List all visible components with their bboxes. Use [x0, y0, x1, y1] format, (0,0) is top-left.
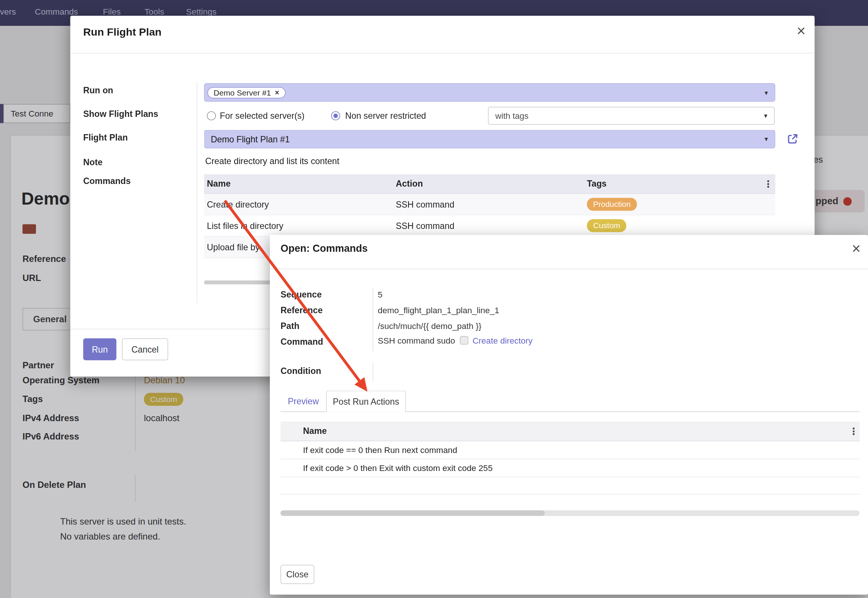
cancel-button[interactable]: Cancel	[122, 338, 168, 360]
label-commands: Commands	[83, 176, 131, 186]
run-button[interactable]: Run	[83, 338, 117, 360]
with-tags-value: with tags	[495, 111, 529, 121]
tab-post-run-actions[interactable]: Post Run Actions	[326, 391, 406, 412]
column-header-name[interactable]: Name	[303, 426, 847, 436]
external-link-icon[interactable]	[786, 132, 799, 146]
server-chip-label: Demo Server #1	[214, 88, 271, 97]
cell-tags: Custom	[587, 219, 762, 232]
column-header-tags[interactable]: Tags	[587, 179, 762, 189]
label-run-on: Run on	[83, 85, 113, 96]
chevron-down-icon[interactable]: ▾	[764, 108, 767, 124]
label-path: Path	[281, 321, 299, 331]
label-condition: Condition	[281, 366, 321, 376]
command-type-text: SSH command sudo	[378, 336, 455, 345]
post-run-actions-table: Name ⋮ If exit code == 0 then Run next c…	[281, 422, 860, 495]
chevron-down-icon[interactable]: ▾	[765, 88, 768, 96]
tag-badge-custom: Custom	[587, 219, 626, 232]
empty-row	[281, 477, 860, 495]
run-on-multiselect[interactable]: Demo Server #1 × ▾	[204, 83, 775, 102]
cell-name: Create directory	[204, 199, 396, 209]
radio-non-server-restricted[interactable]	[331, 111, 340, 120]
cell-name: If exit code == 0 then Run next command	[303, 445, 847, 455]
label-command: Command	[281, 337, 323, 347]
cell-action: SSH command	[396, 199, 587, 209]
form-divider	[373, 363, 374, 381]
with-tags-select[interactable]: with tags ▾	[488, 107, 775, 125]
column-header-action[interactable]: Action	[396, 179, 587, 189]
commands-table-header: Name Action Tags ⋮	[204, 174, 775, 194]
tag-badge-production: Production	[587, 198, 637, 211]
close-icon[interactable]: ×	[852, 241, 861, 257]
label-reference: Reference	[281, 305, 323, 315]
value-command: SSH command sudo Create directory	[378, 336, 533, 345]
chevron-down-icon[interactable]: ▾	[765, 130, 768, 148]
form-divider	[373, 289, 374, 351]
horizontal-scrollbar-track[interactable]	[281, 510, 860, 516]
modal-header-divider	[270, 269, 868, 269]
open-commands-modal: Open: Commands × Sequence Reference Path…	[270, 235, 868, 595]
actions-table-header: Name ⋮	[281, 422, 860, 441]
tab-preview[interactable]: Preview	[288, 396, 319, 407]
value-sequence: 5	[378, 290, 383, 299]
screen: vers Commands Files Tools Settings Test …	[0, 0, 868, 598]
flight-plan-value: Demo Flight Plan #1	[211, 135, 290, 144]
table-row[interactable]: If exit code == 0 then Run next command	[281, 441, 860, 459]
sudo-checkbox[interactable]	[459, 336, 468, 345]
cell-name: If exit code > 0 then Exit with custom e…	[303, 463, 847, 473]
radio-for-selected-servers[interactable]	[207, 111, 216, 120]
radio-label-for-selected-servers[interactable]: For selected server(s)	[220, 111, 305, 121]
kebab-menu-icon[interactable]: ⋮	[847, 425, 860, 437]
cell-action: SSH command	[396, 221, 587, 231]
cell-name: List files in directory	[204, 221, 396, 231]
horizontal-scrollbar-thumb[interactable]	[281, 510, 545, 516]
flight-plan-select[interactable]: Demo Flight Plan #1 ▾	[204, 130, 775, 149]
server-chip[interactable]: Demo Server #1 ×	[208, 87, 286, 98]
column-header-name[interactable]: Name	[204, 179, 396, 189]
radio-label-non-server-restricted[interactable]: Non server restricted	[345, 111, 426, 121]
modal-title: Open: Commands	[281, 243, 368, 255]
value-path: /such/much/{{ demo_path }}	[378, 321, 481, 331]
close-button[interactable]: Close	[281, 565, 314, 584]
table-row[interactable]: If exit code > 0 then Exit with custom e…	[281, 459, 860, 477]
modal-title: Run Flight Plan	[83, 26, 162, 38]
flight-plan-description: Create directory and list its content	[205, 156, 340, 166]
label-note: Note	[83, 157, 103, 167]
label-sequence: Sequence	[281, 290, 322, 300]
form-divider	[197, 82, 198, 303]
table-row[interactable]: Create directory SSH command Production	[204, 194, 775, 215]
modal-header-divider	[70, 53, 815, 54]
close-icon[interactable]: ×	[797, 24, 806, 39]
cell-tags: Production	[587, 198, 762, 211]
label-flight-plan: Flight Plan	[83, 133, 128, 143]
kebab-menu-icon[interactable]: ⋮	[762, 178, 775, 190]
table-row[interactable]: List files in directory SSH command Cust…	[204, 215, 775, 237]
label-show-flight-plans: Show Flight Plans	[83, 109, 158, 119]
command-link[interactable]: Create directory	[473, 336, 533, 345]
chip-remove-icon[interactable]: ×	[275, 88, 279, 97]
value-reference: demo_flight_plan_1_plan_line_1	[378, 305, 499, 315]
